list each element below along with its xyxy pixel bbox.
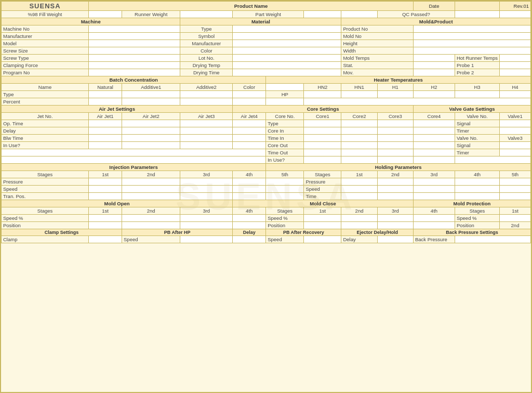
hold-time-4[interactable] [455, 193, 499, 200]
inj-pressure-1[interactable] [89, 178, 122, 186]
hold-speed-5[interactable] [500, 186, 531, 193]
mc-speed-4[interactable] [413, 215, 455, 222]
core-type-c2[interactable] [341, 120, 377, 127]
mo-speed-2[interactable] [122, 215, 180, 222]
hold-pressure-5[interactable] [500, 178, 531, 186]
hold-pressure-1[interactable] [341, 178, 377, 186]
tran-pos-3[interactable] [180, 193, 233, 200]
batch-percent-natural[interactable] [89, 98, 122, 106]
hold-pressure-3[interactable] [413, 178, 455, 186]
timer2-v3[interactable] [500, 149, 531, 156]
time-in-c1[interactable] [304, 135, 341, 142]
symbol-value[interactable] [233, 33, 341, 40]
op-time-aj2[interactable] [122, 120, 180, 127]
batch-percent-additive2[interactable] [180, 98, 233, 106]
tran-pos-4[interactable] [233, 193, 266, 200]
drying-time-value[interactable] [233, 69, 341, 76]
pb-speed-value[interactable] [180, 236, 233, 243]
batch-percent-additive1[interactable] [122, 98, 180, 106]
product-no-value[interactable] [413, 25, 530, 33]
hold-time-2[interactable] [377, 193, 413, 200]
pb-recovery-speed-value[interactable] [304, 236, 341, 243]
mo-pos-1[interactable] [89, 222, 122, 229]
mov-value[interactable] [413, 69, 455, 76]
inj-pressure-4[interactable] [233, 178, 266, 186]
hn1-val[interactable] [341, 91, 377, 98]
core-type-c1[interactable] [304, 120, 341, 127]
core-in-use-c2[interactable] [341, 156, 377, 164]
core-type-c4[interactable] [413, 120, 455, 127]
time-out-c1[interactable] [304, 149, 341, 156]
mo-pos-2[interactable] [122, 222, 180, 229]
mo-pos-3[interactable] [180, 222, 233, 229]
time-out-c2[interactable] [341, 149, 377, 156]
mc-speed-1[interactable] [304, 215, 341, 222]
mc-pos-2[interactable] [341, 222, 377, 229]
ejector-delay-value[interactable] [377, 236, 413, 243]
batch-additive2-val[interactable] [180, 91, 233, 98]
core-in-c4[interactable] [413, 127, 455, 135]
h3-val[interactable] [455, 91, 499, 98]
core-in-use-c4[interactable] [413, 156, 455, 164]
hold-time-3[interactable] [413, 193, 455, 200]
batch-additive1-val[interactable] [122, 91, 180, 98]
hold-speed-1[interactable] [341, 186, 377, 193]
batch-natural-val[interactable] [89, 91, 122, 98]
inj-speed-2[interactable] [122, 186, 180, 193]
inj-pressure-5[interactable] [266, 178, 304, 186]
back-pressure-value[interactable] [455, 236, 530, 243]
hold-speed-4[interactable] [455, 186, 499, 193]
core-in-use-c3[interactable] [377, 156, 413, 164]
signal2-v3[interactable] [500, 142, 531, 149]
qc-passed-value2[interactable] [500, 11, 531, 18]
part-weight-value[interactable] [304, 11, 341, 18]
screw-type-value[interactable] [89, 55, 180, 62]
hold-speed-3[interactable] [413, 186, 455, 193]
mp-speed-1[interactable] [500, 215, 531, 222]
fill-weight-value[interactable] [89, 11, 122, 18]
time-in-c2[interactable] [341, 135, 377, 142]
tran-pos-5[interactable] [266, 193, 304, 200]
time-in-c4[interactable] [413, 135, 455, 142]
hold-time-1[interactable] [341, 193, 377, 200]
mc-pos-1[interactable] [304, 222, 341, 229]
hn2-val[interactable] [304, 91, 341, 98]
mc-speed-2[interactable] [341, 215, 377, 222]
inj-pressure-3[interactable] [180, 178, 233, 186]
part-weight-value2[interactable] [341, 11, 377, 18]
h4-val[interactable] [500, 91, 531, 98]
inj-speed-5[interactable] [266, 186, 304, 193]
hold-pressure-2[interactable] [377, 178, 413, 186]
core-out-c2[interactable] [341, 142, 377, 149]
drying-temp-value[interactable] [233, 62, 341, 69]
runner-weight-value[interactable] [180, 11, 233, 18]
time-out-c4[interactable] [413, 149, 455, 156]
core-out-c4[interactable] [413, 142, 455, 149]
blw-aj2[interactable] [122, 135, 180, 142]
probe2-value[interactable] [500, 69, 531, 76]
blw-aj4[interactable] [233, 135, 266, 142]
core-out-c1[interactable] [304, 142, 341, 149]
mo-speed-1[interactable] [89, 215, 122, 222]
tran-pos-2[interactable] [122, 193, 180, 200]
machine-no-value[interactable] [89, 25, 180, 33]
core-in-c2[interactable] [341, 127, 377, 135]
clamping-force-value[interactable] [89, 62, 180, 69]
mc-pos-3[interactable] [377, 222, 413, 229]
inj-speed-3[interactable] [180, 186, 233, 193]
clamp-value[interactable] [89, 236, 122, 243]
hold-speed-2[interactable] [377, 186, 413, 193]
op-time-aj1[interactable] [89, 120, 122, 127]
hot-runner-temps-value[interactable] [500, 55, 531, 62]
delay-aj4[interactable] [233, 127, 266, 135]
probe1-value[interactable] [500, 62, 531, 69]
op-time-aj3[interactable] [180, 120, 233, 127]
mold-no-value[interactable] [413, 33, 530, 40]
signal-v1[interactable] [500, 120, 531, 127]
mo-pos-4[interactable] [233, 222, 266, 229]
batch-percent-color[interactable] [233, 98, 266, 106]
material-type-value[interactable] [233, 25, 341, 33]
mo-speed-4[interactable] [233, 215, 266, 222]
blw-aj3[interactable] [180, 135, 233, 142]
manufacturer-value[interactable] [89, 33, 180, 40]
